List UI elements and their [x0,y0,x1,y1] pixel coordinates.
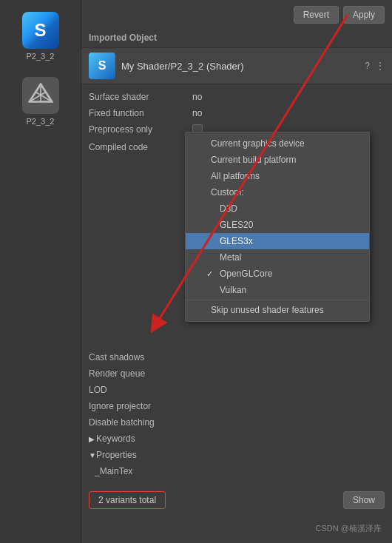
properties-section: Surface shader no Fixed function no Prep… [81,84,392,484]
revert-button[interactable]: Revert [294,6,339,24]
prop-keywords[interactable]: ▶ Keywords [81,431,392,447]
prop-surface-shader-label: Surface shader [89,92,192,102]
variants-count-box: 2 variants total [89,491,166,509]
more-icon[interactable]: ⋮ [376,61,385,71]
sidebar-item-unity-label: P2_3_2 [27,117,55,126]
prop-fixed-function-value: no [192,108,202,118]
dropdown-item-gles3x[interactable]: GLES3x [186,233,369,249]
dropdown-label-current-graphics: Current graphics device [211,138,305,149]
prop-preprocess-only-label: Preprocess only [89,124,192,135]
prop-disable-batching-label: Disable batching [89,417,192,428]
dropdown-separator [186,300,369,300]
dropdown-item-d3d[interactable]: D3D [186,200,369,217]
sidebar-item-shader-label: P2_3_2 [27,52,55,61]
variants-bar: 2 variants total Show [81,487,392,513]
dropdown-item-metal[interactable]: Metal [186,249,369,266]
prop-render-queue: Render queue [81,365,392,382]
dropdown-label-gles3x: GLES3x [220,236,253,246]
compiled-code-label: Compiled code [89,142,192,152]
prop-main-tex-label: _MainTex [95,466,198,476]
shader-name: My Shader/P2_3_2 (Shader) [121,61,359,72]
dropdown-label-gles20: GLES20 [220,220,253,230]
prop-keywords-label: Keywords [96,434,200,444]
imported-object-header: Imported Object [81,30,392,47]
show-button[interactable]: Show [343,491,385,509]
variants-count-label: 2 variants total [98,495,156,505]
dropdown-label-metal: Metal [220,252,241,263]
shader-info-row: S My Shader/P2_3_2 (Shader) ? ⋮ [81,47,392,84]
prop-disable-batching: Disable batching [81,414,392,431]
dropdown-label-vulkan: Vulkan [220,285,246,295]
dropdown-item-openglcore[interactable]: ✓ OpenGLCore [186,266,369,282]
prop-main-tex: _MainTex [81,463,392,479]
dropdown-item-current-graphics[interactable]: Current graphics device [186,135,369,152]
prop-render-queue-label: Render queue [89,368,192,379]
dropdown-label-d3d: D3D [220,203,237,214]
shader-thumbnail: S [89,53,115,79]
prop-cast-shadows: Cast shadows [81,349,392,365]
sidebar-item-shader[interactable]: P2_3_2 [7,7,74,65]
dropdown-item-gles20[interactable]: GLES20 [186,217,369,233]
prop-fixed-function-label: Fixed function [89,108,192,118]
dropdown-label-skip-unused: Skip unused shader features [211,305,324,315]
shader-icon [22,12,59,49]
prop-lod: LOD [81,382,392,398]
prop-fixed-function: Fixed function no [81,105,392,121]
prop-lod-label: LOD [89,385,192,395]
dropdown-label-openglcore: OpenGLCore [220,269,272,279]
prop-ignore-projector-label: Ignore projector [89,401,192,411]
unity-icon [22,77,59,114]
sidebar: P2_3_2 P2_3_2 [0,0,81,543]
dropdown-label-current-build: Current build platform [211,155,296,165]
dropdown-group-custom: Custom: [186,184,369,200]
main-content: Revert Apply Imported Object S My Shader… [81,0,392,543]
keywords-arrow-icon: ▶ [89,435,96,443]
watermark: CSDN @楠溪泽库 [316,523,382,534]
sidebar-item-unity[interactable]: P2_3_2 [7,72,74,130]
apply-button[interactable]: Apply [343,6,385,24]
compile-dropdown-menu: Current graphics device Current build pl… [185,132,370,322]
properties-arrow-icon: ▼ [89,451,96,459]
prop-cast-shadows-label: Cast shadows [89,352,192,362]
dropdown-item-vulkan[interactable]: Vulkan [186,282,369,298]
dropdown-item-skip-unused[interactable]: Skip unused shader features [186,302,369,318]
prop-surface-shader-value: no [192,92,202,102]
dropdown-label-all-platforms: All platforms [211,171,260,181]
dropdown-item-all-platforms[interactable]: All platforms [186,168,369,184]
prop-surface-shader: Surface shader no [81,89,392,105]
help-icon[interactable]: ? [365,61,370,71]
dropdown-label-custom: Custom: [211,187,244,198]
toolbar: Revert Apply [81,0,392,30]
dropdown-item-current-build[interactable]: Current build platform [186,152,369,168]
shader-action-icons: ? ⋮ [365,61,385,71]
prop-ignore-projector: Ignore projector [81,398,392,414]
prop-properties-label: Properties [96,450,200,460]
prop-properties-section[interactable]: ▼ Properties [81,447,392,463]
